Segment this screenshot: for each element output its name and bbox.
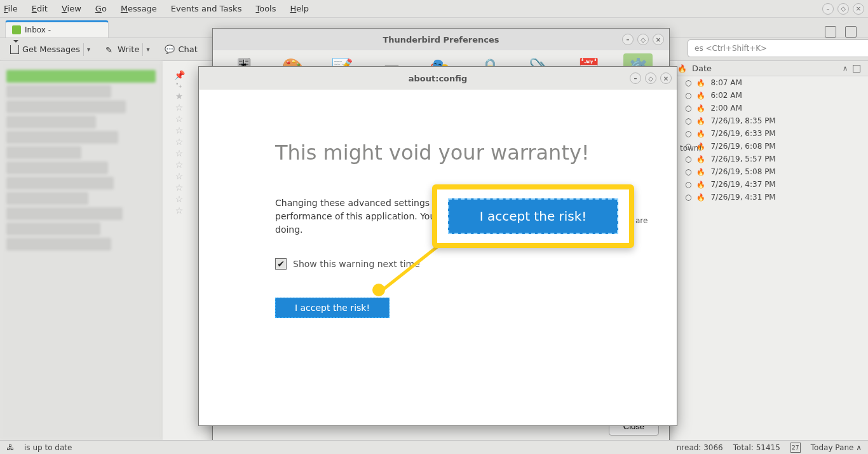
annotation-dot [372,284,385,296]
pref-titlebar[interactable]: Thunderbird Preferences – ◇ × [213,29,669,50]
star-icon[interactable]: ☆ [175,194,184,204]
thread-icon: ᵗ₊ [176,81,182,90]
warranty-heading: This might void your warranty! [275,141,600,165]
hot-icon: 🔥 [696,92,705,100]
menubar: File Edit View Go Message Events and Tas… [0,0,868,18]
message-row[interactable]: ○🔥7/26/19, 5:08 PM [677,165,868,178]
message-row[interactable]: ○🔥6:02 AM [677,89,868,102]
status-total: Total: 51415 [733,443,780,452]
message-date: 8:07 AM [710,78,742,87]
message-date: 7/26/19, 5:08 PM [710,167,775,176]
hot-icon: 🔥 [696,168,705,176]
star-icon[interactable]: ☆ [175,137,184,147]
column-header-row[interactable]: 🔥 Date ∧ [677,61,868,76]
tasks-tab-icon[interactable] [845,26,857,38]
star-icon[interactable]: ★ [175,91,184,101]
write-button[interactable]: Write ▾ [102,41,153,58]
menu-view[interactable]: View [62,4,81,13]
status-calendar-icon[interactable]: 27 [790,443,801,453]
chevron-down-icon[interactable]: ▾ [146,46,149,53]
tab-inbox[interactable]: Inbox - [5,20,109,38]
pref-minimize[interactable]: – [622,34,634,45]
star-icon[interactable]: ☆ [175,160,184,170]
bullet-icon: ○ [685,167,691,176]
menu-go[interactable]: Go [95,4,107,13]
menu-tools[interactable]: Tools [255,4,276,13]
accept-risk-label: I accept the risk! [295,303,370,313]
star-icon[interactable]: ☆ [175,171,184,181]
star-icon[interactable]: ☆ [175,205,184,216]
chat-icon: 💬 [165,45,175,54]
search-input[interactable]: es <Ctrl+Shift+K> [688,39,868,57]
config-minimize[interactable]: – [630,72,641,84]
bullet-icon: ○ [685,180,691,189]
message-date: 7/26/19, 4:31 PM [710,193,775,202]
truncated-subject: town) [680,144,702,153]
pref-maximize[interactable]: ◇ [637,34,649,45]
checkbox-icon[interactable]: ✔ [275,258,287,270]
message-row[interactable]: ○🔥2:00 AM [677,102,868,114]
message-row[interactable]: ○🔥7/26/19, 8:35 PM [677,114,868,127]
download-icon [10,45,19,54]
message-row[interactable]: ○🔥7/26/19, 4:31 PM [677,191,868,203]
hot-icon: 🔥 [696,155,705,163]
folder-pane[interactable] [0,61,163,440]
pin-icon[interactable]: 📌 [174,70,185,80]
show-warning-label: Show this warning next time [293,259,420,269]
config-titlebar[interactable]: about:config – ◇ × [199,67,677,90]
accept-risk-button[interactable]: I accept the risk! [275,298,390,318]
calendar-tab-icon[interactable] [825,26,836,38]
window-controls: – ◇ × [822,3,864,15]
column-picker-icon[interactable] [853,65,860,72]
message-row[interactable]: ○🔥7/26/19, 5:57 PM [677,153,868,165]
message-date: 7/26/19, 6:33 PM [710,129,775,138]
close-button[interactable]: × [853,3,864,15]
date-column-header[interactable]: Date [692,64,837,73]
bullet-icon: ○ [685,91,691,100]
menu-help[interactable]: Help [290,4,309,13]
star-icon[interactable]: ☆ [175,102,184,113]
status-uptodate: is up to date [24,443,72,452]
message-date: 7/26/19, 4:37 PM [710,180,775,189]
get-messages-label: Get Messages [22,45,80,54]
chevron-up-icon: ∧ [856,443,862,452]
menu-message[interactable]: Message [121,4,157,13]
pref-close[interactable]: × [653,34,664,45]
star-icon[interactable]: ☆ [175,114,184,124]
callout-accept-label: I accept the risk! [480,209,587,224]
message-row[interactable]: ○🔥8:07 AM [677,76,868,89]
today-pane-toggle[interactable]: Today Pane ∧ [811,443,862,452]
hot-icon: 🔥 [696,130,705,138]
config-close[interactable]: × [660,72,672,84]
message-row[interactable]: ○🔥7/26/19, 6:33 PM [677,127,868,140]
status-unread: nread: 3066 [677,443,723,452]
star-icon[interactable]: ☆ [175,182,184,193]
message-row[interactable]: ○🔥7/26/19, 4:37 PM [677,178,868,191]
bullet-icon: ○ [685,104,691,113]
chat-label: Chat [178,45,197,54]
menu-file[interactable]: File [4,4,18,13]
star-icon[interactable]: ☆ [175,148,184,158]
tab-label: Inbox - [25,25,51,34]
maximize-button[interactable]: ◇ [837,3,849,15]
status-bar: 🖧 is up to date nread: 3066 Total: 51415… [0,440,868,454]
bullet-icon: ○ [685,129,691,138]
menu-edit[interactable]: Edit [32,4,48,13]
callout-accept-button[interactable]: I accept the risk! [448,198,618,234]
hot-icon: 🔥 [696,181,705,189]
status-connection-icon: 🖧 [6,443,14,452]
chevron-down-icon[interactable]: ▾ [87,46,90,53]
sort-indicator-icon: ∧ [843,64,848,72]
show-warning-row[interactable]: ✔ Show this warning next time [275,258,600,270]
config-maximize[interactable]: ◇ [645,72,656,84]
pref-title: Thunderbird Preferences [383,35,499,45]
get-messages-button[interactable]: Get Messages ▾ [6,41,94,58]
message-rows: ○🔥8:07 AM ○🔥6:02 AM ○🔥2:00 AM ○🔥7/26/19,… [677,76,868,203]
message-date: 6:02 AM [710,91,742,100]
minimize-button[interactable]: – [822,3,834,15]
message-row[interactable]: ○🔥7/26/19, 6:08 PM [677,140,868,153]
menu-events[interactable]: Events and Tasks [171,4,242,13]
chat-button[interactable]: 💬 Chat [161,42,201,57]
star-icon[interactable]: ☆ [175,125,184,135]
hot-icon: 🔥 [696,79,705,87]
